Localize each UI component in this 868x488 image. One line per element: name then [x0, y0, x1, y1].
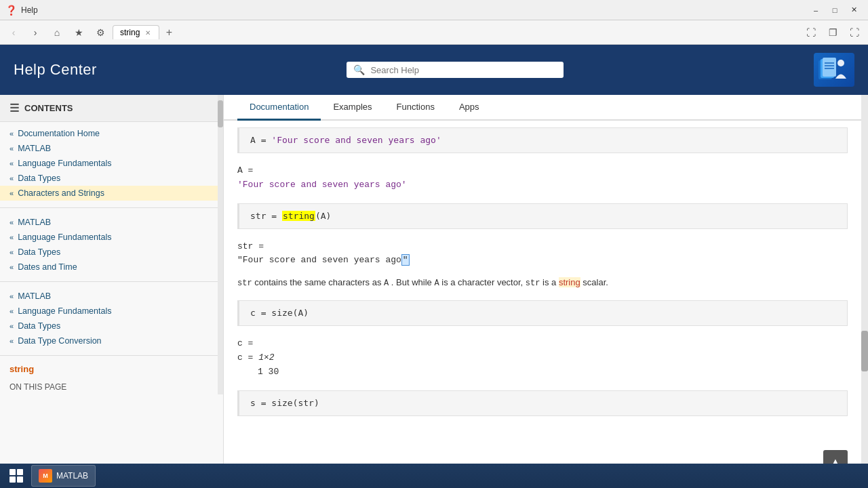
start-square-3	[9, 476, 16, 483]
gear-icon: ⚙	[96, 27, 105, 38]
tab-examples[interactable]: Examples	[321, 95, 384, 121]
sidebar-item-data-type-conv[interactable]: « Data Type Conversion	[0, 333, 223, 348]
tab-apps[interactable]: Apps	[447, 95, 492, 121]
sidebar-item-dates[interactable]: « Dates and Time	[0, 260, 223, 274]
sidebar-item-lang-fund-1[interactable]: « Language Fundamentals	[0, 156, 223, 171]
prose-code-str: str	[237, 279, 252, 288]
code-str-assign: str =	[250, 211, 282, 221]
start-square-2	[17, 469, 23, 475]
code-block-4: s = size(str)	[237, 390, 848, 416]
output-line-2: 'Four score and seven years ago'	[237, 178, 848, 192]
output2-line2: "Four score and seven years ago"	[237, 253, 848, 268]
sidebar-item-data-types-2[interactable]: « Data Types	[0, 245, 223, 260]
sidebar-item-matlab-2[interactable]: « MATLAB	[0, 215, 223, 230]
output3-numbers: 1 30	[258, 367, 279, 377]
browser-tab[interactable]: string ✕	[113, 25, 159, 39]
svg-rect-2	[823, 58, 836, 77]
back-button[interactable]: ‹	[4, 23, 23, 42]
guillemet-icon: «	[9, 189, 14, 197]
tab-label: Examples	[333, 102, 372, 112]
forward-button[interactable]: ›	[26, 23, 45, 42]
sidebar-scrollbar[interactable]	[218, 95, 223, 394]
code-func-arg: (A)	[315, 211, 331, 221]
maximize-button[interactable]: □	[826, 3, 844, 17]
main-scrollbar[interactable]	[861, 95, 868, 488]
output3-line1: c =	[237, 337, 848, 351]
app-title: Help Center	[14, 61, 97, 79]
code-text-4: s = size(str)	[250, 398, 319, 408]
search-box: 🔍	[347, 62, 564, 78]
output3-size: 1×2	[258, 352, 274, 363]
prose-code-str2: str	[526, 279, 540, 288]
sidebar-item-label: Data Types	[18, 321, 60, 331]
minimize-button[interactable]: –	[807, 3, 825, 17]
guillemet-icon: «	[9, 292, 14, 300]
guillemet-icon: «	[9, 129, 14, 138]
sidebar-item-data-types-3[interactable]: « Data Types	[0, 319, 223, 333]
windows-icon	[9, 469, 23, 483]
sidebar-item-label: MATLAB	[18, 291, 51, 301]
guillemet-icon: «	[9, 307, 14, 315]
tab-documentation[interactable]: Documentation	[237, 95, 321, 121]
taskbar-matlab-app[interactable]: M MATLAB	[31, 465, 96, 487]
output-1: A = 'Four score and seven years ago'	[224, 160, 861, 197]
home-button[interactable]: ⌂	[47, 23, 66, 42]
guillemet-icon: «	[9, 322, 14, 330]
sidebar-current-item[interactable]: string	[0, 359, 223, 380]
close-button[interactable]: ✕	[845, 3, 863, 17]
content-layout: ☰ CONTENTS « Documentation Home « MATLAB	[0, 95, 868, 488]
tab-close-button[interactable]: ✕	[144, 29, 152, 37]
star-button[interactable]: ★	[69, 23, 88, 42]
shrink-button[interactable]: ❐	[823, 23, 842, 42]
back-icon: ‹	[12, 27, 16, 38]
prose-code-a2: A	[434, 279, 439, 288]
fullscreen-button[interactable]: ⛶	[845, 23, 864, 42]
sidebar-divider-2	[0, 281, 223, 282]
output3-line2: c = 1×2	[237, 351, 848, 365]
start-button[interactable]	[3, 465, 30, 487]
prose-text-1: str contains the same characters as A . …	[224, 272, 861, 293]
app-layout: Help Center 🔍	[0, 45, 868, 488]
matlab-icon: M	[39, 469, 52, 483]
settings-button[interactable]: ⚙	[91, 23, 110, 42]
sidebar-item-matlab-3[interactable]: « MATLAB	[0, 289, 223, 304]
cursor-selection: "	[401, 254, 410, 266]
tab-bar: string ✕ +	[113, 24, 799, 41]
sidebar-item-lang-fund-3[interactable]: « Language Fundamentals	[0, 304, 223, 319]
sidebar-section-2: « MATLAB « Language Fundamentals « Data …	[0, 211, 223, 279]
start-square-4	[17, 476, 23, 483]
sidebar-section-1: « Documentation Home « MATLAB « Language…	[0, 122, 223, 205]
guillemet-icon: «	[9, 263, 14, 271]
fullscreen-icon: ⛶	[850, 27, 859, 38]
expand-button[interactable]: ⛶	[802, 23, 821, 42]
prose-content-2: . But while	[391, 277, 435, 287]
code-block-3: c = size(A)	[237, 300, 848, 326]
sidebar-section-3: « MATLAB « Language Fundamentals « Data …	[0, 285, 223, 352]
prose-string-link[interactable]: string	[559, 277, 580, 287]
start-square-1	[9, 469, 16, 475]
main-content: Documentation Examples Functions Apps	[224, 95, 861, 488]
code-func-highlight: string	[282, 211, 315, 221]
search-input[interactable]	[370, 65, 557, 75]
forward-icon: ›	[34, 27, 37, 38]
sidebar-item-label: MATLAB	[18, 144, 51, 153]
sidebar-item-lang-fund-2[interactable]: « Language Fundamentals	[0, 230, 223, 245]
output2-string-val: "Four score and seven years ago"	[237, 254, 410, 266]
guillemet-icon: «	[9, 248, 14, 256]
sidebar-item-data-types-1[interactable]: « Data Types	[0, 171, 223, 186]
sidebar-item-matlab-1[interactable]: « MATLAB	[0, 141, 223, 156]
output2-line1: str =	[237, 240, 848, 254]
prose-content-3: is a character vector,	[441, 277, 526, 287]
sidebar-item-chars-strings[interactable]: « Characters and Strings	[0, 186, 223, 201]
output-line-1: A =	[237, 164, 848, 178]
menu-icon[interactable]: ☰	[9, 102, 19, 115]
tab-label: Functions	[397, 102, 435, 112]
sidebar-item-doc-home[interactable]: « Documentation Home	[0, 126, 223, 141]
shrink-icon: ❐	[829, 27, 837, 38]
expand-icon: ⛶	[806, 27, 816, 38]
sidebar-title: CONTENTS	[24, 103, 73, 113]
new-tab-button[interactable]: +	[161, 24, 177, 41]
tab-functions[interactable]: Functions	[384, 95, 447, 121]
taskbar: M MATLAB	[0, 464, 868, 488]
guillemet-icon: «	[9, 218, 14, 226]
